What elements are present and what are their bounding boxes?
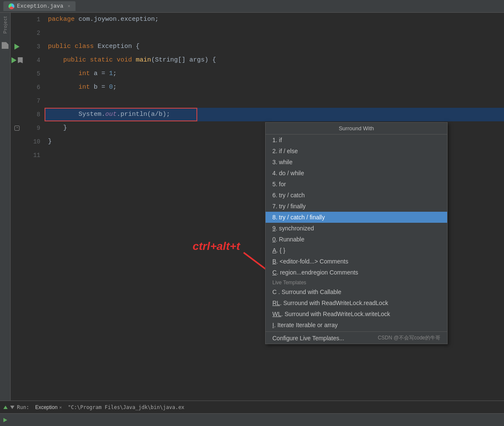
code-line-5: int a = 1;	[45, 67, 504, 81]
gutter-row-5	[11, 67, 23, 81]
line-numbers: 1 2 3 4 5 6 7 8 9 10 11	[23, 13, 45, 401]
surround-item-readlock[interactable]: RL. Surround with ReadWriteLock.readLock	[266, 297, 447, 308]
side-panel: Project	[0, 13, 11, 401]
tab-filename: Exception.java	[17, 3, 63, 9]
code-line-1: package com.joywon.exception;	[45, 13, 504, 26]
live-templates-label: Live Templates	[266, 278, 447, 286]
editor-area[interactable]: 1 2 3 4 5 6 7 8 9 10 11 package com.joyw…	[11, 13, 504, 401]
project-label: Project	[3, 16, 8, 34]
code-line-4: public static void main(String[] args) {	[45, 53, 504, 67]
line-num-8: 8	[23, 108, 40, 121]
run-tab-label: Exception	[35, 404, 58, 410]
run-label: Run:	[17, 404, 29, 410]
up-arrow-icon[interactable]	[3, 406, 8, 409]
run-tab-close[interactable]: ×	[59, 405, 62, 410]
status-bar	[0, 413, 504, 426]
code-line-8: System.out.println(a/b);	[45, 108, 504, 121]
code-line-7	[45, 94, 504, 108]
run-icon-line3[interactable]	[14, 44, 20, 50]
line-num-3: 3	[23, 40, 40, 53]
run-bar: Run: Exception × "C:\Program Files\Java_…	[0, 401, 504, 413]
surround-item-for[interactable]: 5. for	[266, 179, 447, 190]
run-button-small[interactable]	[3, 418, 7, 422]
surround-item-do-while[interactable]: 4. do / while	[266, 168, 447, 179]
gutter-row-3[interactable]	[11, 40, 23, 53]
down-arrow-icon[interactable]	[10, 406, 14, 409]
code-line-2	[45, 26, 504, 40]
gutter-row-6	[11, 81, 23, 94]
tab-close-button[interactable]: ×	[67, 4, 70, 9]
configure-label: Configure Live Templates...	[272, 335, 344, 342]
gutter-row-11	[11, 149, 23, 162]
annotation-text: ctrl+alt+t	[193, 240, 241, 252]
line-num-10: 10	[23, 135, 40, 149]
gutter-row-2	[11, 26, 23, 40]
line-num-1: 1	[23, 13, 40, 26]
line-num-9: 9	[23, 121, 40, 135]
surround-item-try-finally[interactable]: 7. try / finally	[266, 201, 447, 212]
bookmark-icon-line4	[18, 57, 23, 63]
run-tab[interactable]: Exception ×	[32, 404, 65, 411]
code-line-6: int b = 0;	[45, 81, 504, 94]
gutter-row-4[interactable]	[11, 53, 23, 67]
code-line-3: public class Exception {	[45, 40, 504, 53]
gutter-row-8	[11, 108, 23, 121]
surround-item-braces[interactable]: A. { }	[266, 245, 447, 256]
surround-item-runnable[interactable]: 0. Runnable	[266, 234, 447, 245]
main-layout: Project	[0, 13, 504, 401]
surround-item-iterate[interactable]: I. Iterate Iterable or array	[266, 320, 447, 331]
gutter-icons	[11, 13, 23, 401]
surround-item-while[interactable]: 3. while	[266, 157, 447, 168]
java-icon	[8, 3, 14, 9]
collapse-icon-line9[interactable]	[14, 126, 20, 131]
surround-item-configure[interactable]: Configure Live Templates... CSDN @不会写cod…	[266, 331, 447, 344]
file-icon	[2, 42, 8, 49]
surround-item-try-catch[interactable]: 6. try / catch	[266, 190, 447, 201]
surround-item-synchronized[interactable]: 9. synchronized	[266, 223, 447, 234]
line-num-2: 2	[23, 26, 40, 40]
surround-item-if[interactable]: 1. if	[266, 135, 447, 146]
line-num-11: 11	[23, 149, 40, 162]
surround-item-if-else[interactable]: 2. if / else	[266, 146, 447, 157]
gutter-row-7	[11, 94, 23, 108]
line-num-6: 6	[23, 81, 40, 94]
run-icon-line4[interactable]	[11, 57, 17, 63]
csdn-watermark-inline: CSDN @不会写code的牛哥	[378, 334, 440, 342]
surround-item-editor-fold[interactable]: B. <editor-fold...> Comments	[266, 256, 447, 267]
line-num-4: 4	[23, 53, 40, 67]
line-num-7: 7	[23, 94, 40, 108]
surround-item-try-catch-finally[interactable]: 8. try / catch / finally	[266, 212, 447, 223]
gutter-row-9[interactable]	[11, 121, 23, 135]
surround-item-region[interactable]: C. region...endregion Comments	[266, 267, 447, 278]
file-tab[interactable]: Exception.java ×	[3, 1, 76, 11]
gutter-row-10	[11, 135, 23, 149]
surround-item-callable[interactable]: C . Surround with Callable	[266, 286, 447, 297]
run-path: "C:\Program Files\Java_jdk\bin\java.ex	[68, 404, 185, 410]
surround-item-writelock[interactable]: WL. Surround with ReadWriteLock.writeLoc…	[266, 308, 447, 320]
gutter-row-1	[11, 13, 23, 26]
title-bar: Exception.java ×	[0, 0, 504, 13]
surround-menu-header: Surround With	[266, 123, 447, 135]
kw-package: package	[48, 13, 75, 26]
surround-with-menu[interactable]: Surround With 1. if 2. if / else 3. whil…	[265, 122, 448, 344]
line-num-5: 5	[23, 67, 40, 81]
